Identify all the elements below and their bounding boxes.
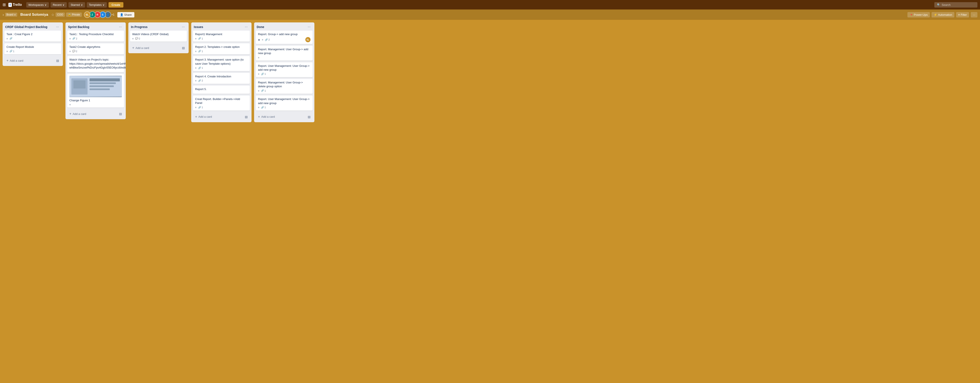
add-card-btn-backlog[interactable]: + Add a card ▤ <box>4 57 61 64</box>
avatar-sl[interactable]: SL <box>84 11 91 18</box>
column-header-backlog: CRDF Global Project Backlog ··· <box>3 22 63 30</box>
workspaces-button[interactable]: Workspaces ∨ <box>26 2 49 8</box>
add-card-btn-sprint[interactable]: + Add a card ▤ <box>67 110 124 118</box>
svg-rect-7 <box>74 89 84 93</box>
card-i2[interactable]: Report 2. Templates-> create option ≡ 🔗 … <box>193 43 250 54</box>
meta-symbol: ≡ <box>258 106 259 109</box>
card-title-i4: Report 4. Create Introdaction <box>195 75 248 78</box>
card-title-i1: Report1 Management <box>195 32 248 36</box>
card-title-b2: Create Report Module <box>6 45 59 49</box>
card-input-icon: ▤ <box>56 59 59 62</box>
meta-symbol: ≡ <box>132 37 134 40</box>
column-header-sprint: Sprint Backlog ··· <box>65 22 126 30</box>
column-title-backlog: CRDF Global Project Backlog <box>5 25 48 29</box>
plus-icon: + <box>69 112 71 116</box>
create-button[interactable]: Create <box>108 2 123 8</box>
avatar-plus-count: +1 <box>111 13 115 16</box>
add-card-label: Add a card <box>10 59 23 62</box>
card-meta-icon-i1-1: 🔗 1 <box>198 37 203 40</box>
column-sprint: Sprint Backlog ··· Task1 : Testing Proce… <box>65 22 126 119</box>
card-image-s4 <box>69 76 122 97</box>
column-menu-issues[interactable]: ··· <box>243 25 249 29</box>
search-icon: 🔍 <box>937 3 940 6</box>
filter-button[interactable]: ≡ Filter <box>956 12 969 18</box>
card-meta-i1: ≡ 🔗 1 <box>195 37 248 40</box>
starred-button[interactable]: Starred ∨ <box>68 2 85 8</box>
meta-value: 2 <box>76 37 77 40</box>
search-bar[interactable]: 🔍 <box>934 2 977 8</box>
column-issues: Issues ··· Report1 Management ≡ 🔗 1 Repo… <box>191 22 251 122</box>
card-meta-icon-b1-1: 🔗 <box>10 37 13 40</box>
column-menu-sprint[interactable]: ··· <box>118 25 123 29</box>
card-meta-s4: ≡ <box>69 103 122 106</box>
board-nav-left: › Board ∨ Board Solomiya ☆ COO 🔒 Private… <box>3 11 134 18</box>
meta-symbol: ◉ <box>258 38 260 41</box>
card-d2[interactable]: Report. Management: User Group-> add new… <box>256 46 313 61</box>
star-icon[interactable]: ☆ <box>51 13 54 17</box>
card-i3[interactable]: Report 3. Management: save option (to sa… <box>193 56 250 71</box>
privacy-badge[interactable]: 🔒 Private <box>66 13 82 17</box>
meta-symbol: 🔗 <box>198 67 201 69</box>
card-i1[interactable]: Report1 Management ≡ 🔗 1 <box>193 30 250 41</box>
card-s1[interactable]: Task1 : Testing Procedure Checklist ≡ 🔗 … <box>67 30 124 41</box>
card-meta-icon-i1-0: ≡ <box>195 37 196 40</box>
column-inprogress: In Progress ··· Watch Videos (CRDF Globa… <box>128 22 189 53</box>
svg-rect-5 <box>89 88 110 90</box>
card-d5[interactable]: Report. User Management: User Group-> ad… <box>256 96 313 110</box>
card-meta-icon-b2-0: ≡ <box>6 50 8 53</box>
board-type-badge[interactable]: Board ∨ <box>5 13 17 17</box>
card-title-s2: Task2 Create algorythms <box>69 45 122 49</box>
search-input[interactable] <box>942 3 976 6</box>
card-i5[interactable]: Report 5. <box>193 86 250 94</box>
card-d3[interactable]: Report. User Management: User Group-> ad… <box>256 62 313 77</box>
card-meta-icon-d1-2: 🔗 2 <box>265 38 270 41</box>
column-done: Done ··· Report. Group-> add new group ◉… <box>254 22 314 122</box>
meta-symbol: ≡ <box>195 37 196 40</box>
card-b1[interactable]: Task : Creat Figure 2 ≡ 🔗 <box>4 30 61 41</box>
recent-button[interactable]: Recent ∨ <box>51 2 67 8</box>
automation-button[interactable]: ⚡ Automation <box>932 12 955 18</box>
meta-symbol: ≡ <box>195 50 196 53</box>
more-button[interactable]: ··· <box>971 12 977 18</box>
column-menu-backlog[interactable]: ··· <box>55 25 60 29</box>
card-i4[interactable]: Report 4. Create Introdaction ≡ 🔗 2 <box>193 73 250 84</box>
card-title-i5: Report 5. <box>195 87 248 91</box>
card-b2[interactable]: Create Report Module ≡ 🔗 1 <box>4 43 61 54</box>
meta-symbol: ≡ <box>258 73 259 75</box>
column-menu-done[interactable]: ··· <box>306 25 312 29</box>
plus-icon: + <box>258 115 260 119</box>
meta-value: 1 <box>202 37 203 40</box>
card-s4[interactable]: Change Figure 1 ≡ <box>67 74 124 107</box>
card-input-icon: ▤ <box>308 115 310 118</box>
meta-symbol: 🔗 <box>198 50 201 53</box>
meta-value: 1 <box>13 50 14 53</box>
card-d1[interactable]: Report. Group-> add new group ◉ ≡ 🔗 2 SL <box>256 30 313 44</box>
card-p1[interactable]: Watch Videos (CRDF Global) ≡ 💬 2 <box>130 30 187 41</box>
card-s3[interactable]: Watch Videos on Project's topic: https:/… <box>67 56 124 72</box>
add-card-btn-inprogress[interactable]: + Add a card ▤ <box>130 44 187 51</box>
add-card-btn-done[interactable]: + Add a card ▤ <box>256 113 313 120</box>
card-meta-d5: ≡ 🔗 1 <box>258 106 310 109</box>
card-meta-icon-d5-1: 🔗 1 <box>261 106 266 109</box>
column-menu-inprogress[interactable]: ··· <box>181 25 186 29</box>
card-s2[interactable]: Task2 Create algorythms ≡ 💬 2 <box>67 43 124 54</box>
grid-icon[interactable]: ⊞ <box>3 2 6 7</box>
add-card-btn-issues[interactable]: + Add a card ▤ <box>193 113 250 120</box>
power-ups-button[interactable]: 🔻 Power-Ups <box>907 12 930 18</box>
meta-value: 1 <box>202 67 203 69</box>
meta-symbol: 🔗 <box>198 79 201 82</box>
add-card-label: Add a card <box>198 115 212 118</box>
logo: T Trello <box>8 3 22 7</box>
card-d4[interactable]: Report. Management: User Group-> delete … <box>256 79 313 94</box>
card-meta-icon-b1-0: ≡ <box>6 37 8 40</box>
card-meta-icon-i4-0: ≡ <box>195 79 196 82</box>
back-arrow[interactable]: › <box>3 13 4 17</box>
meta-symbol: 💬 <box>72 50 75 53</box>
card-meta-icon-s2-0: ≡ <box>69 50 71 53</box>
card-title-i2: Report 2. Templates-> create option <box>195 45 248 49</box>
templates-button[interactable]: Templates ∨ <box>87 2 107 8</box>
card-i6[interactable]: Creat Report. Builder->Panels->Add Panel… <box>193 96 250 110</box>
share-button[interactable]: 👤 Share <box>117 12 134 18</box>
card-title-i6: Creat Report. Builder->Panels->Add Panel <box>195 97 248 105</box>
card-meta-i4: ≡ 🔗 2 <box>195 79 248 82</box>
